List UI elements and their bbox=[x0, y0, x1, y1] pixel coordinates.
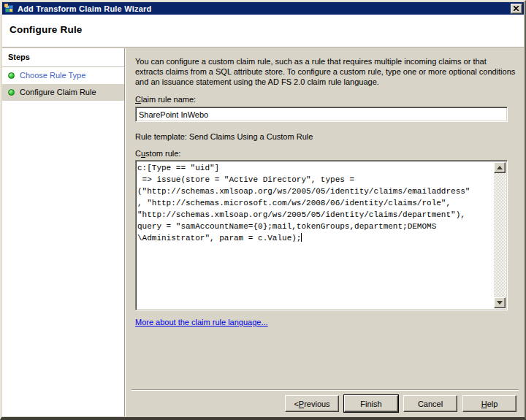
wizard-window: Add Transform Claim Rule Wizard Configur… bbox=[0, 0, 526, 420]
step-bullet-icon bbox=[8, 89, 15, 96]
app-icon bbox=[4, 4, 15, 14]
custom-rule-text: c:[Type == "uid"] => issue(store = "Acti… bbox=[137, 162, 493, 308]
claim-rule-name-label: Claim rule name: bbox=[135, 95, 518, 104]
previous-button[interactable]: < Previous bbox=[285, 395, 339, 412]
claim-rule-name-input[interactable] bbox=[135, 107, 508, 122]
close-icon bbox=[514, 6, 519, 11]
scroll-down-icon bbox=[497, 301, 503, 305]
main-content: You can configure a custom claim rule, s… bbox=[135, 56, 518, 327]
text-caret bbox=[301, 233, 302, 242]
step-bullet-icon bbox=[8, 72, 15, 79]
steps-title: Steps bbox=[2, 48, 124, 67]
scroll-down-button[interactable] bbox=[494, 297, 506, 308]
titlebar[interactable]: Add Transform Claim Rule Wizard bbox=[2, 2, 524, 15]
close-button[interactable] bbox=[511, 4, 522, 14]
custom-rule-label: Custom rule: bbox=[135, 149, 518, 158]
button-row: < Previous Finish Cancel Help bbox=[285, 395, 517, 412]
cancel-button[interactable]: Cancel bbox=[403, 395, 457, 412]
step-item-label: Choose Rule Type bbox=[20, 71, 85, 80]
steps-panel: Steps Choose Rule Type Configure Claim R… bbox=[2, 48, 125, 416]
rule-template-text: Rule template: Send Claims Using a Custo… bbox=[135, 132, 518, 141]
scroll-up-icon bbox=[497, 166, 503, 169]
step-item-configure-claim-rule: Configure Claim Rule bbox=[2, 84, 124, 101]
step-item-label: Configure Claim Rule bbox=[20, 88, 96, 96]
page-title: Configure Rule bbox=[9, 24, 524, 35]
scroll-up-button[interactable] bbox=[494, 162, 506, 173]
separator bbox=[132, 389, 519, 391]
window-title: Add Transform Claim Rule Wizard bbox=[18, 4, 511, 13]
more-link[interactable]: More about the claim rule language... bbox=[135, 318, 268, 327]
step-item-choose-rule-type[interactable]: Choose Rule Type bbox=[2, 67, 124, 84]
page-header: Configure Rule bbox=[2, 15, 524, 47]
help-button[interactable]: Help bbox=[462, 395, 517, 412]
vertical-scrollbar[interactable] bbox=[494, 162, 506, 308]
finish-button[interactable]: Finish bbox=[344, 395, 398, 412]
custom-rule-textarea[interactable]: c:[Type == "uid"] => issue(store = "Acti… bbox=[135, 160, 508, 310]
description-text: You can configure a custom claim rule, s… bbox=[135, 56, 517, 87]
scroll-track[interactable] bbox=[494, 173, 506, 297]
